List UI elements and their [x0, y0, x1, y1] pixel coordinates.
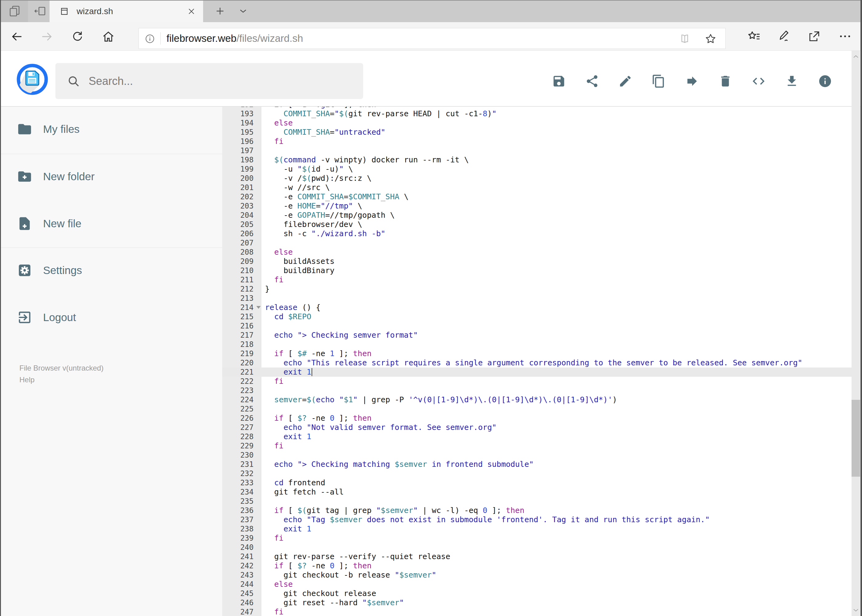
- code-text[interactable]: if [ $# -ne 1 ]; then: [262, 349, 372, 358]
- scroll-down-icon[interactable]: [852, 606, 860, 614]
- code-text[interactable]: [262, 386, 265, 395]
- code-text[interactable]: [262, 451, 265, 460]
- code-text[interactable]: COMMIT_SHA="untracked": [262, 127, 385, 137]
- code-text[interactable]: [262, 146, 265, 155]
- code-text[interactable]: if [ $? -ne 0 ]; then: [262, 414, 372, 423]
- sidebar-item-new-folder[interactable]: New folder: [0, 161, 222, 192]
- code-text[interactable]: echo "Not valid semver format. See semve…: [262, 423, 497, 432]
- code-text[interactable]: buildAssets: [262, 257, 334, 266]
- scroll-up-icon[interactable]: [852, 53, 860, 61]
- line-number: 207: [222, 238, 262, 248]
- sidebar-item-new-file[interactable]: New file: [0, 208, 222, 239]
- copy-button[interactable]: [651, 74, 666, 88]
- code-text[interactable]: release () {: [262, 303, 321, 312]
- more-menu-icon[interactable]: [838, 29, 852, 43]
- forward-button[interactable]: [40, 30, 54, 43]
- sidebar-item-my-files[interactable]: My files: [0, 114, 222, 145]
- refresh-button[interactable]: [71, 30, 84, 43]
- edit-button[interactable]: [618, 74, 632, 88]
- code-text[interactable]: [262, 404, 265, 414]
- set-tabs-aside-icon[interactable]: [29, 0, 51, 22]
- home-button[interactable]: [102, 30, 115, 43]
- code-text[interactable]: cd frontend: [262, 478, 325, 487]
- code-text[interactable]: echo "Tag $semver does not exist in subm…: [262, 515, 710, 524]
- back-button[interactable]: [10, 30, 24, 43]
- browser-tab[interactable]: wizard.sh: [50, 1, 203, 22]
- code-text[interactable]: git checkout release: [262, 589, 376, 598]
- code-text[interactable]: [262, 340, 265, 349]
- sidebar-item-settings[interactable]: Settings: [0, 255, 222, 286]
- code-view-button[interactable]: [752, 74, 766, 88]
- help-link[interactable]: Help: [19, 374, 103, 386]
- code-text[interactable]: exit 1: [262, 432, 312, 441]
- add-favorite-star-icon[interactable]: [704, 33, 717, 46]
- code-text[interactable]: echo "This release script requires a sin…: [262, 358, 802, 368]
- tab-list-chevron-icon[interactable]: [235, 0, 251, 22]
- code-text[interactable]: git fetch --all: [262, 487, 344, 497]
- code-text[interactable]: filebrowser/dev \: [262, 220, 362, 229]
- code-text[interactable]: COMMIT_SHA="$(git rev-parse HEAD | cut -…: [262, 109, 497, 118]
- code-text[interactable]: $(command -v winpty) docker run --rm -it…: [262, 155, 469, 165]
- scrollbar-thumb[interactable]: [851, 400, 860, 477]
- page-scrollbar[interactable]: [851, 51, 860, 616]
- reading-view-icon[interactable]: [679, 33, 690, 46]
- tab-close-icon[interactable]: [186, 6, 196, 17]
- filebrowser-logo[interactable]: [16, 63, 49, 96]
- code-text[interactable]: exit 1: [262, 368, 312, 377]
- code-text[interactable]: semver=$(echo "$1" | grep -P '^v(0|[1-9]…: [262, 395, 617, 404]
- code-text[interactable]: -e HOME="//tmp" \: [262, 201, 362, 211]
- hub-favorites-icon[interactable]: [747, 29, 761, 43]
- code-text[interactable]: git reset --hard "$semver": [262, 598, 404, 607]
- code-text[interactable]: exit 1: [262, 524, 312, 534]
- address-bar[interactable]: filebrowser.web/files/wizard.sh: [139, 28, 726, 49]
- code-text[interactable]: [262, 294, 265, 303]
- code-text[interactable]: }: [262, 284, 269, 294]
- download-button[interactable]: [785, 74, 799, 88]
- share-page-icon[interactable]: [807, 29, 821, 43]
- tab-preview-icon[interactable]: [1, 0, 28, 22]
- code-text[interactable]: else: [262, 118, 293, 127]
- code-text[interactable]: sh -c "./wizard.sh -b": [262, 229, 385, 238]
- search-input[interactable]: Search...: [55, 63, 363, 99]
- code-text[interactable]: buildBinary: [262, 266, 334, 275]
- code-text[interactable]: [262, 238, 265, 248]
- line-number: 216: [222, 321, 262, 331]
- code-text[interactable]: -e GOPATH=//tmp/gopath \: [262, 211, 394, 220]
- code-text[interactable]: fi: [262, 137, 284, 146]
- code-text[interactable]: -e COMMIT_SHA=$COMMIT_SHA \: [262, 192, 409, 201]
- code-editor[interactable]: 192 if [ -d ".git" ]; then193 COMMIT_SHA…: [222, 107, 851, 616]
- code-text[interactable]: fi: [262, 441, 284, 451]
- code-text[interactable]: -w //src \: [262, 183, 330, 192]
- share-button[interactable]: [585, 74, 599, 88]
- code-text[interactable]: if [ $(git tag | grep "$semver" | wc -l)…: [262, 506, 525, 515]
- code-text[interactable]: [262, 321, 265, 331]
- line-number: 243: [222, 570, 262, 580]
- code-text[interactable]: if [ $? -ne 0 ]; then: [262, 561, 372, 570]
- new-tab-button[interactable]: [212, 0, 228, 22]
- code-text[interactable]: fi: [262, 275, 284, 284]
- code-text[interactable]: -u "$(id -u)" \: [262, 165, 353, 174]
- code-text[interactable]: -v /$(pwd):/src:z \: [262, 174, 372, 183]
- code-text[interactable]: [262, 497, 265, 506]
- code-text[interactable]: echo "> Checking semver format": [262, 331, 418, 340]
- code-text[interactable]: echo "> Checking matching $semver in fro…: [262, 460, 534, 469]
- code-text[interactable]: else: [262, 580, 293, 589]
- code-text[interactable]: git checkout -b release "$semver": [262, 570, 437, 580]
- site-info-icon[interactable]: [144, 33, 155, 46]
- annotate-pen-icon[interactable]: [777, 29, 791, 43]
- code-text[interactable]: fi: [262, 607, 284, 616]
- sidebar-item-logout[interactable]: Logout: [0, 302, 222, 333]
- code-text[interactable]: else: [262, 248, 293, 257]
- code-text[interactable]: fi: [262, 534, 284, 543]
- fold-arrow-icon[interactable]: [256, 306, 261, 309]
- save-button[interactable]: [552, 74, 566, 88]
- code-text[interactable]: if [ -d ".git" ]; then: [262, 107, 376, 109]
- code-text[interactable]: fi: [262, 377, 284, 386]
- code-text[interactable]: git rev-parse --verify --quiet release: [262, 552, 450, 561]
- move-button[interactable]: [685, 74, 699, 88]
- code-text[interactable]: [262, 469, 265, 478]
- code-text[interactable]: [262, 543, 265, 552]
- code-text[interactable]: cd $REPO: [262, 312, 312, 321]
- delete-button[interactable]: [718, 74, 733, 88]
- info-button[interactable]: [818, 74, 832, 88]
